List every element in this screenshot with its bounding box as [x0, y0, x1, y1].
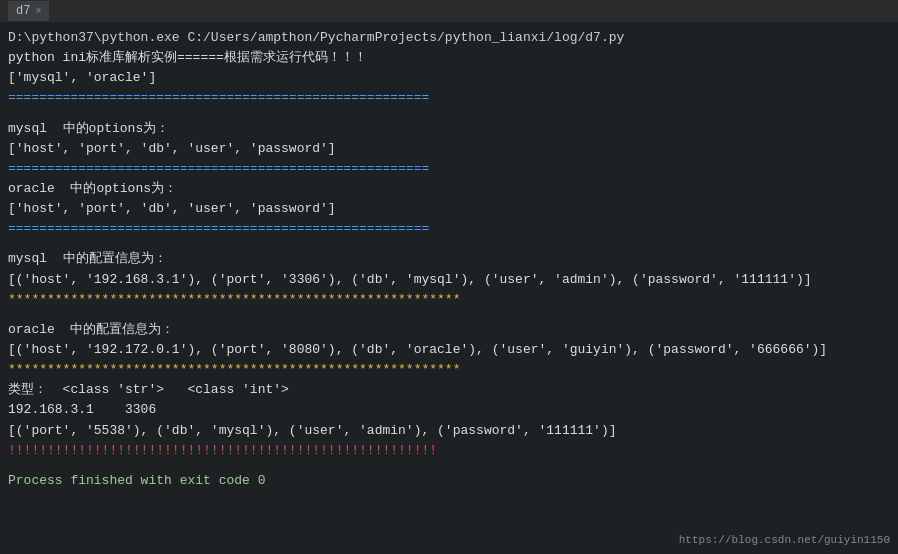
terminal-line: 类型： <class 'str'> <class 'int'> [8, 380, 890, 400]
terminal-line: mysql 中的配置信息为： [8, 249, 890, 269]
terminal-line: mysql 中的options为： [8, 119, 890, 139]
terminal-line: 192.168.3.1 3306 [8, 400, 890, 420]
terminal-line [8, 461, 890, 471]
terminal-line: oracle 中的options为： [8, 179, 890, 199]
terminal-line: oracle 中的配置信息为： [8, 320, 890, 340]
close-icon[interactable]: × [35, 6, 41, 17]
terminal-line: ****************************************… [8, 290, 890, 310]
terminal-line: ========================================… [8, 219, 890, 239]
terminal-line [8, 109, 890, 119]
watermark: https://blog.csdn.net/guiyin1150 [679, 534, 890, 546]
terminal-line: ========================================… [8, 159, 890, 179]
terminal-line: [('port', '5538'), ('db', 'mysql'), ('us… [8, 421, 890, 441]
tab-label: d7 [16, 4, 30, 18]
terminal-line: D:\python37\python.exe C:/Users/ampthon/… [8, 28, 890, 48]
terminal-line [8, 310, 890, 320]
terminal-line [8, 239, 890, 249]
terminal-body: D:\python37\python.exe C:/Users/ampthon/… [0, 22, 898, 554]
terminal-line: Process finished with exit code 0 [8, 471, 890, 491]
terminal-line: python ini标准库解析实例======根据需求运行代码！！！ [8, 48, 890, 68]
title-tab[interactable]: d7 × [8, 1, 49, 21]
terminal-line: ========================================… [8, 88, 890, 108]
terminal-line: [('host', '192.172.0.1'), ('port', '8080… [8, 340, 890, 360]
terminal-line: ****************************************… [8, 360, 890, 380]
terminal-line: ['host', 'port', 'db', 'user', 'password… [8, 199, 890, 219]
title-bar: d7 × [0, 0, 898, 22]
terminal-line: ['host', 'port', 'db', 'user', 'password… [8, 139, 890, 159]
terminal-line: !!!!!!!!!!!!!!!!!!!!!!!!!!!!!!!!!!!!!!!!… [8, 441, 890, 461]
terminal-line: ['mysql', 'oracle'] [8, 68, 890, 88]
terminal-line: [('host', '192.168.3.1'), ('port', '3306… [8, 270, 890, 290]
